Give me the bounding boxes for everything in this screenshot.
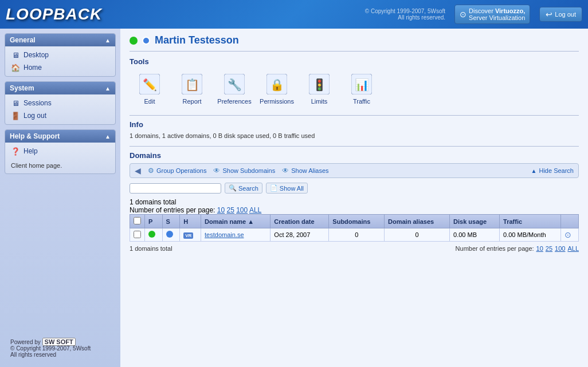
- entries-25-top[interactable]: 25: [226, 206, 234, 214]
- logout-label: Log out: [555, 11, 576, 18]
- tool-edit[interactable]: ✏️ Edit: [130, 69, 170, 108]
- tool-report[interactable]: 📋 Report: [172, 69, 212, 108]
- tool-traffic[interactable]: 📊 Traffic: [342, 69, 382, 108]
- search-icon: 🔍: [229, 184, 237, 192]
- table-header-row: P S H Domain name ▲ Creation date Subdom…: [130, 215, 579, 228]
- sidebar-item-home[interactable]: Home: [5, 61, 115, 74]
- info-title: Info: [130, 120, 579, 129]
- row-domain-aliases: 0: [385, 228, 450, 242]
- powered-by: Powered by SW SOFT © Copyright 1999-2007…: [5, 334, 116, 362]
- entries-10-bottom[interactable]: 10: [536, 245, 543, 252]
- sidebar-desktop-label: Desktop: [23, 51, 49, 59]
- toolbar-left: ◀ Group Operations Show Subdomains Show …: [135, 166, 574, 175]
- row-traffic: 0.00 MB/Month: [500, 228, 561, 242]
- entries-per-page-bottom: Number of entries per page: 10 25 100 AL…: [456, 245, 579, 252]
- entries-100-top[interactable]: 100: [236, 206, 248, 214]
- domain-summary-bottom: 1 domains total Number of entries per pa…: [130, 245, 579, 252]
- copyright-text: © Copyright 1999-2007, 5WsoftAll rights …: [365, 8, 445, 21]
- sidebar-item-logout[interactable]: Log out: [5, 109, 115, 122]
- entries-all-bottom[interactable]: ALL: [567, 245, 579, 252]
- search-button[interactable]: 🔍 Search: [225, 183, 262, 194]
- svg-text:✏️: ✏️: [143, 78, 157, 92]
- header-right: © Copyright 1999-2007, 5WsoftAll rights …: [365, 5, 582, 24]
- user-title: Martin Testesson: [155, 34, 239, 46]
- domains-title: Domains: [130, 151, 579, 160]
- sidebar-help-static: Client home page.: [5, 160, 115, 173]
- sidebar-general-items: Desktop Home: [5, 46, 115, 76]
- discover-button[interactable]: ⊙ Discover Virtuozzo,Server Virtualizati…: [454, 5, 530, 24]
- row-subdomains: 0: [329, 228, 385, 242]
- sidebar-system-items: Sessions Log out: [5, 94, 115, 124]
- sidebar-section-help-header[interactable]: Help & Support: [5, 130, 115, 143]
- domain-name-link[interactable]: testdomain.se: [205, 231, 244, 238]
- status-blue-icon: [142, 37, 150, 45]
- col-domain-name[interactable]: Domain name ▲: [201, 215, 271, 228]
- row-action: ⊙: [561, 228, 579, 242]
- sidebar-item-desktop[interactable]: Desktop: [5, 49, 115, 61]
- group-ops-icon: [148, 167, 154, 175]
- tool-preferences[interactable]: 🔧 Preferences: [214, 69, 254, 108]
- logo-text: LOOPBACK: [6, 5, 102, 23]
- domains-total-top: 1 domains total: [130, 198, 176, 206]
- table-body: VR testdomain.se Oct 28, 2007 0 0 0.00 M…: [130, 228, 579, 242]
- col-creation-date: Creation date: [271, 215, 329, 228]
- sessions-icon: [11, 98, 20, 108]
- sort-icon: ▲: [248, 218, 254, 225]
- swsoft-icon: SW SOFT: [42, 338, 76, 346]
- domains-total-bottom: 1 domains total: [130, 245, 173, 252]
- search-bar: 🔍 Search 📄 Show All: [130, 183, 579, 194]
- row-h: VR: [180, 228, 201, 242]
- table-header: P S H Domain name ▲ Creation date Subdom…: [130, 215, 579, 228]
- sidebar: General Desktop Home System: [0, 29, 120, 367]
- domains-table: P S H Domain name ▲ Creation date Subdom…: [130, 214, 579, 242]
- row-checkbox[interactable]: [134, 231, 141, 238]
- sidebar-section-help: Help & Support Help Client home page.: [5, 129, 116, 174]
- entries-100-bottom[interactable]: 100: [555, 245, 565, 252]
- row-domain-name: testdomain.se: [201, 228, 271, 242]
- row-action-icon[interactable]: ⊙: [565, 230, 571, 239]
- col-subdomains: Subdomains: [329, 215, 385, 228]
- entries-all-top[interactable]: ALL: [249, 206, 261, 214]
- entries-25-bottom[interactable]: 25: [546, 245, 552, 252]
- collapse-left-icon: ◀: [135, 166, 141, 175]
- tools-grid: ✏️ Edit 📋 Report 🔧 Pref: [130, 69, 579, 108]
- report-icon: 📋: [181, 73, 203, 96]
- divider-tools: [130, 115, 579, 116]
- logout-header-button[interactable]: ↩ Log out: [539, 7, 582, 22]
- header: LOOPBACK © Copyright 1999-2007, 5WsoftAl…: [0, 0, 588, 29]
- svg-text:🚦: 🚦: [312, 78, 327, 92]
- search-input[interactable]: [130, 183, 221, 194]
- table-row: VR testdomain.se Oct 28, 2007 0 0 0.00 M…: [130, 228, 579, 242]
- domains-section: Domains ◀ Group Operations Show Subdomai…: [130, 151, 579, 252]
- entries-10-top[interactable]: 10: [217, 206, 225, 214]
- sidebar-logout-label: Log out: [23, 112, 46, 120]
- collapse-general-icon: [105, 37, 111, 44]
- col-p: P: [145, 215, 163, 228]
- sidebar-section-general-header[interactable]: General: [5, 34, 115, 46]
- sidebar-item-help[interactable]: Help: [5, 145, 115, 157]
- show-subdomains-link[interactable]: Show Subdomains: [213, 167, 275, 175]
- tool-limits[interactable]: 🚦 Limits: [299, 69, 339, 108]
- row-s: [162, 228, 180, 242]
- group-operations-label: Group Operations: [156, 167, 206, 174]
- col-checkbox: [130, 215, 145, 228]
- sidebar-item-sessions[interactable]: Sessions: [5, 97, 115, 109]
- entries-per-page-top: Number of entries per page: 10 25 100 AL…: [130, 206, 579, 214]
- hide-search-label: Hide Search: [539, 167, 574, 174]
- search-label: Search: [238, 185, 258, 192]
- tool-permissions[interactable]: 🔒 Permissions: [257, 69, 297, 108]
- select-all-checkbox[interactable]: [134, 217, 141, 224]
- group-operations-link[interactable]: Group Operations: [148, 167, 206, 175]
- hide-search-button[interactable]: ▲ Hide Search: [531, 167, 574, 174]
- entries-label-bottom: Number of entries per page:: [456, 245, 534, 252]
- svg-text:🔧: 🔧: [228, 78, 242, 92]
- show-all-button[interactable]: 📄 Show All: [266, 183, 308, 194]
- hide-search-collapse-icon: ▲: [531, 168, 537, 174]
- edit-label: Edit: [144, 98, 155, 105]
- edit-icon: ✏️: [138, 73, 161, 96]
- permissions-icon: 🔒: [265, 73, 288, 96]
- sidebar-system-label: System: [10, 84, 34, 92]
- help-icon: [11, 147, 20, 156]
- show-aliases-link[interactable]: Show Aliases: [282, 167, 328, 175]
- sidebar-section-system-header[interactable]: System: [5, 82, 115, 94]
